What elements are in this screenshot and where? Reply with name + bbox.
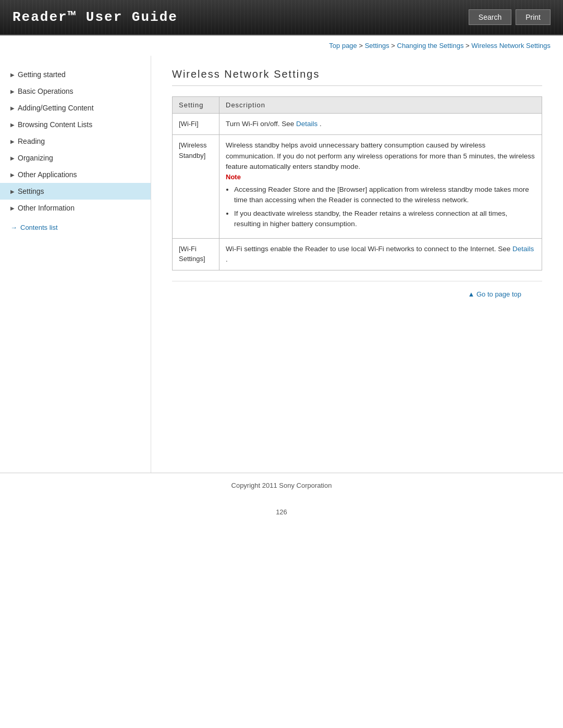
sidebar-item-adding-content[interactable]: ▶ Adding/Getting Content [0,100,151,116]
header-button-group: Search Print [469,9,550,25]
sidebar-item-reading[interactable]: ▶ Reading [0,133,151,150]
main-layout: ▶ Getting started ▶ Basic Operations ▶ A… [0,56,563,473]
arrow-right-icon: → [10,224,17,231]
chevron-right-icon: ▶ [10,172,15,178]
wireless-standby-bullets: Accessing Reader Store and the [Browser]… [226,184,535,230]
breadcrumb-wireless[interactable]: Wireless Network Settings [471,42,550,50]
sidebar-item-other-applications[interactable]: ▶ Other Applications [0,166,151,183]
footer: Copyright 2011 Sony Corporation [0,473,563,498]
wifi-settings-after: . [226,255,228,263]
go-to-top-bar: ▲ Go to page top [172,281,542,306]
sidebar-item-label: Browsing Content Lists [18,120,92,129]
wifi-description-text: Turn Wi-Fi on/off. See [226,120,296,128]
list-item: Accessing Reader Store and the [Browser]… [234,184,535,206]
chevron-right-icon: ▶ [10,139,15,144]
sidebar-item-browsing[interactable]: ▶ Browsing Content Lists [0,116,151,133]
wifi-settings-details-link[interactable]: Details [512,245,534,253]
col-header-description: Description [219,97,542,114]
list-item: If you deactivate wireless standby, the … [234,208,535,230]
sidebar-item-label: Other Applications [18,170,77,179]
sidebar-item-label: Basic Operations [18,87,74,95]
page-number: 126 [0,498,563,526]
breadcrumb-settings[interactable]: Settings [365,42,389,50]
content-area: Wireless Network Settings Setting Descri… [151,56,563,473]
breadcrumb-changing[interactable]: Changing the Settings [397,42,464,50]
description-cell-wireless-standby: Wireless standby helps avoid unnecessary… [219,135,542,238]
page-header: Reader™ User Guide Search Print [0,0,563,35]
table-row: [Wireless Standby] Wireless standby help… [173,135,542,238]
breadcrumb-sep3: > [466,42,471,50]
contents-list-label: Contents list [20,224,58,231]
sidebar-item-organizing[interactable]: ▶ Organizing [0,150,151,166]
sidebar-item-other-information[interactable]: ▶ Other Information [0,200,151,216]
wifi-description-after: . [320,120,322,128]
note-label: Note [226,172,535,182]
search-button[interactable]: Search [469,9,511,25]
sidebar-item-label: Other Information [18,204,75,212]
app-title: Reader™ User Guide [13,9,178,25]
sidebar-item-label: Adding/Getting Content [18,104,94,112]
page-title: Wireless Network Settings [172,68,542,86]
sidebar-item-basic-operations[interactable]: ▶ Basic Operations [0,83,151,100]
description-cell-wifi-settings: Wi-Fi settings enable the Reader to use … [219,238,542,270]
chevron-right-icon: ▶ [10,105,15,111]
breadcrumb-sep1: > [359,42,364,50]
description-cell-wifi: Turn Wi-Fi on/off. See Details . [219,114,542,135]
setting-cell-wireless-standby: [Wireless Standby] [173,135,219,238]
setting-cell-wifi: [Wi-Fi] [173,114,219,135]
sidebar-item-getting-started[interactable]: ▶ Getting started [0,66,151,83]
sidebar-item-label: Reading [18,137,45,145]
contents-list-link[interactable]: → Contents list [0,216,151,239]
wifi-details-link[interactable]: Details [296,120,317,128]
table-row: [Wi-Fi Settings] Wi-Fi settings enable t… [173,238,542,270]
chevron-right-icon: ▶ [10,72,15,78]
setting-cell-wifi-settings: [Wi-Fi Settings] [173,238,219,270]
col-header-setting: Setting [173,97,219,114]
breadcrumb-sep2: > [391,42,397,50]
sidebar-item-label: Getting started [18,70,66,79]
copyright-text: Copyright 2011 Sony Corporation [231,482,332,489]
print-button[interactable]: Print [516,9,550,25]
breadcrumb: Top page > Settings > Changing the Setti… [0,35,563,56]
settings-table: Setting Description [Wi-Fi] Turn Wi-Fi o… [172,96,542,270]
table-row: [Wi-Fi] Turn Wi-Fi on/off. See Details . [173,114,542,135]
sidebar: ▶ Getting started ▶ Basic Operations ▶ A… [0,56,151,473]
sidebar-item-label: Settings [18,187,44,195]
go-to-top-link[interactable]: ▲ Go to page top [468,290,522,298]
breadcrumb-top-page[interactable]: Top page [329,42,357,50]
sidebar-item-settings[interactable]: ▶ Settings [0,183,151,200]
chevron-right-icon: ▶ [10,89,15,94]
wifi-settings-description-text: Wi-Fi settings enable the Reader to use … [226,245,512,253]
chevron-right-icon: ▶ [10,122,15,128]
sidebar-item-label: Organizing [18,154,53,162]
chevron-right-icon: ▶ [10,205,15,211]
wireless-standby-intro: Wireless standby helps avoid unnecessary… [226,140,535,172]
chevron-right-icon: ▶ [10,155,15,161]
chevron-right-icon: ▶ [10,189,15,194]
